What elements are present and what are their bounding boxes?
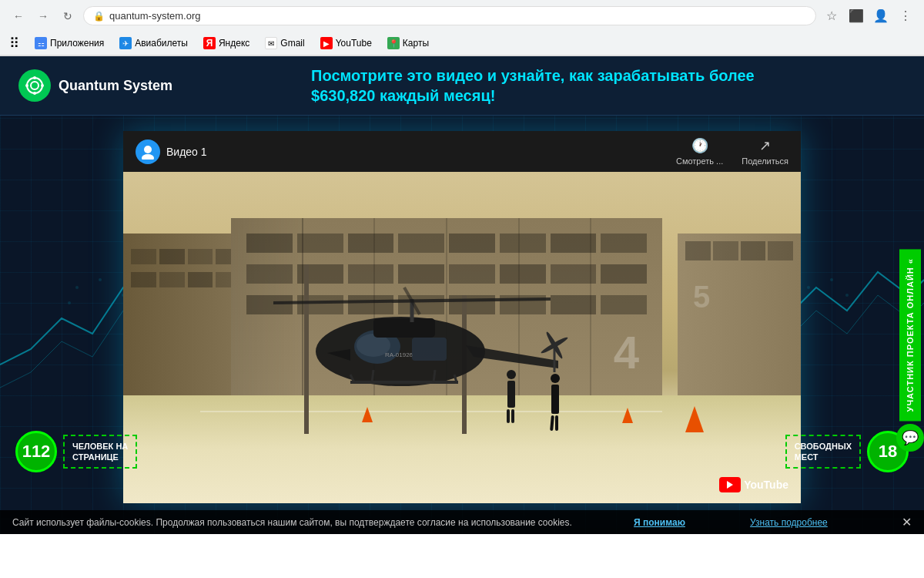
video-actions: 🕐 Смотреть ... ↗ Поделиться [676, 137, 788, 166]
bookmark-button[interactable]: ☆ [822, 7, 841, 25]
share-icon: ↗ [759, 137, 771, 154]
helicopter-scene: 4 5 [123, 172, 801, 503]
svg-point-11 [25, 84, 28, 87]
cone-3 [685, 406, 704, 432]
video-container: Видео 1 🕐 Смотреть ... ↗ Поделиться [123, 131, 801, 503]
svg-line-28 [434, 370, 435, 382]
svg-point-7 [27, 78, 42, 93]
video-title: Видео 1 [166, 146, 207, 158]
cookie-ok-button[interactable]: Я понимаю [634, 517, 685, 528]
svg-point-12 [41, 84, 44, 87]
bookmark-yandex[interactable]: Я Яндекс [197, 35, 256, 51]
youtube-logo: YouTube [719, 477, 788, 492]
svg-point-14 [142, 154, 154, 160]
left-counter: 112 ЧЕЛОВЕК НАСТРАНИЦЕ [15, 431, 137, 472]
cookie-bar: Сайт использует файлы-cookies. Продолжая… [0, 510, 924, 534]
url-text: quantum-system.org [109, 10, 201, 22]
video-avatar [136, 139, 160, 164]
bookmark-yandex-label: Яндекс [219, 38, 249, 49]
cookie-text: Сайт использует файлы-cookies. Продолжая… [12, 517, 572, 528]
logo-icon [18, 69, 51, 102]
youtube-icon: ▶ [320, 37, 333, 49]
right-side-tab: УЧАСТНИК ПРОЕКТА ОНЛАЙН « 💬 [896, 249, 924, 452]
video-top-bar: Видео 1 🕐 Смотреть ... ↗ Поделиться [123, 131, 801, 172]
profile-button[interactable]: 👤 [872, 7, 890, 25]
cone-2 [622, 408, 633, 423]
youtube-text: YouTube [744, 479, 788, 491]
gmail-icon: ✉ [265, 37, 277, 49]
cone-1 [362, 407, 373, 422]
video-user: Видео 1 [136, 139, 207, 164]
apps-icon-button[interactable]: ⠿ [9, 35, 19, 52]
chat-bubble-button[interactable]: 💬 [896, 424, 924, 452]
person-2 [551, 374, 560, 418]
yandex-icon: Я [203, 37, 216, 49]
browser-chrome: ← → ↻ 🔒 quantum-system.org ☆ ⬛ 👤 ⋮ ⠿ ⚏ П… [0, 0, 924, 56]
clock-icon: 🕐 [691, 137, 708, 154]
browser-actions: ☆ ⬛ 👤 ⋮ [822, 7, 915, 25]
bookmark-maps-label: Карты [403, 38, 429, 49]
bookmark-youtube-label: YouTube [336, 38, 372, 49]
svg-point-8 [31, 82, 38, 89]
bookmark-maps[interactable]: 📍 Карты [381, 35, 435, 51]
project-tab[interactable]: УЧАСТНИК ПРОЕКТА ОНЛАЙН « [899, 249, 921, 421]
bookmark-flights-label: Авиабилеты [135, 38, 188, 49]
site-wrapper: Quantum System Посмотрите это видео и уз… [0, 56, 924, 534]
cookie-close-button[interactable]: ✕ [902, 515, 912, 529]
bookmark-applications-label: Приложения [50, 38, 104, 49]
site-header: Quantum System Посмотрите это видео и уз… [0, 56, 924, 116]
seats-count-label: СВОБОДНЫХМЕСТ [785, 435, 861, 469]
svg-rect-31 [412, 338, 447, 361]
person-1 [507, 370, 516, 412]
bookmark-applications[interactable]: ⚏ Приложения [28, 35, 110, 51]
seats-count-number: 18 [879, 442, 897, 462]
youtube-overlay: YouTube [719, 477, 788, 492]
back-button[interactable]: ← [9, 7, 28, 25]
browser-toolbar: ← → ↻ 🔒 quantum-system.org ☆ ⬛ 👤 ⋮ [0, 0, 924, 32]
bookmark-gmail-label: Gmail [280, 38, 304, 49]
logo-area: Quantum System [18, 69, 172, 102]
maps-icon: 📍 [387, 37, 400, 49]
watch-later-button[interactable]: 🕐 Смотреть ... [676, 137, 723, 166]
apps-grid-icon: ⚏ [35, 37, 47, 49]
svg-point-10 [33, 92, 36, 95]
svg-point-9 [33, 76, 36, 79]
share-label: Поделиться [742, 156, 788, 166]
people-count-text: ЧЕЛОВЕК НАСТРАНИЦЕ [72, 442, 128, 462]
menu-button[interactable]: ⋮ [896, 7, 915, 25]
svg-text:RA-01926: RA-01926 [385, 351, 413, 358]
plane-icon: ✈ [119, 37, 132, 49]
share-button[interactable]: ↗ Поделиться [742, 137, 788, 166]
bookmark-flights[interactable]: ✈ Авиабилеты [113, 35, 194, 51]
header-tagline: Посмотрите это видео и узнайте, как зара… [311, 66, 773, 106]
youtube-icon [719, 477, 741, 492]
refresh-button[interactable]: ↻ [59, 7, 77, 25]
cookie-more-link[interactable]: Узнать подробнее [750, 517, 828, 528]
forward-button[interactable]: → [34, 7, 52, 25]
svg-point-13 [144, 146, 152, 153]
bookmarks-bar: ⠿ ⚏ Приложения ✈ Авиабилеты Я Яндекс ✉ G… [0, 32, 924, 55]
video-frame[interactable]: 4 5 [123, 172, 801, 503]
svg-line-27 [372, 370, 373, 382]
bookmark-youtube[interactable]: ▶ YouTube [314, 35, 378, 51]
lock-icon: 🔒 [93, 11, 105, 22]
right-counter: 18 СВОБОДНЫХМЕСТ [785, 431, 909, 472]
watch-later-label: Смотреть ... [676, 156, 723, 166]
play-icon [727, 481, 733, 489]
people-count-circle: 112 [15, 431, 57, 472]
seats-count-text: СВОБОДНЫХМЕСТ [795, 442, 852, 462]
people-count-number: 112 [22, 442, 51, 462]
extension-button[interactable]: ⬛ [847, 7, 865, 25]
address-bar[interactable]: 🔒 quantum-system.org [83, 6, 816, 25]
bookmark-gmail[interactable]: ✉ Gmail [259, 35, 310, 51]
people-count-label: ЧЕЛОВЕК НАСТРАНИЦЕ [63, 435, 137, 469]
svg-rect-21 [373, 318, 435, 338]
logo-text: Quantum System [59, 78, 172, 94]
helicopter-svg: RA-01926 [250, 284, 574, 430]
